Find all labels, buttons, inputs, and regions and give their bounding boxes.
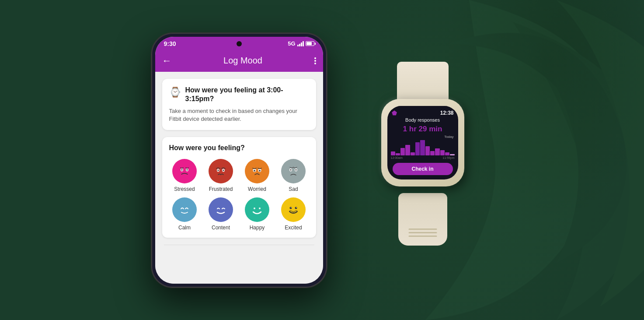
- emoji-calm: [172, 197, 197, 222]
- mood-item-excited[interactable]: Excited: [278, 197, 309, 231]
- svg-point-0: [177, 164, 192, 179]
- emoji-frustrated: [209, 159, 233, 183]
- status-indicators: 5G: [288, 40, 314, 47]
- mood-label-sad: Sad: [289, 186, 298, 192]
- watch-icon: ⌚: [169, 87, 181, 98]
- info-card-title: How were you feeling at 3:00-3:15pm?: [185, 86, 309, 104]
- phone-mockup: 9:30 5G ←: [152, 33, 327, 287]
- watch-time-end: 11:59pm: [442, 156, 454, 159]
- watch-today-row: Today: [387, 135, 458, 139]
- watch-section-title: Body responses: [387, 117, 458, 123]
- watch-screen: ⬟ 12:38 Body responses 1 hr 29 min Today: [387, 106, 458, 179]
- watch-header: ⬟ 12:38: [387, 106, 458, 117]
- mood-section: How were you feeling?: [162, 137, 316, 238]
- emoji-stressed: [172, 159, 197, 183]
- svg-point-4: [187, 169, 188, 171]
- mood-grid: Stressed: [169, 159, 309, 231]
- svg-point-20: [177, 202, 192, 217]
- signal-icon: [297, 41, 304, 46]
- svg-point-25: [286, 202, 301, 217]
- mood-item-sad[interactable]: Sad: [278, 159, 309, 192]
- watch-bar-highlight: [415, 142, 420, 155]
- emoji-sad: [281, 159, 306, 183]
- svg-point-27: [295, 207, 297, 209]
- watch-bar: [391, 151, 395, 155]
- network-label: 5G: [288, 40, 295, 47]
- watch-band-notches: [408, 229, 437, 237]
- svg-point-28: [291, 207, 292, 208]
- svg-point-8: [218, 170, 219, 171]
- emoji-content: [209, 197, 233, 222]
- watch-band-bottom: [398, 193, 447, 246]
- more-menu-button[interactable]: [314, 57, 316, 64]
- emoji-happy: [245, 197, 269, 222]
- svg-point-3: [181, 169, 183, 171]
- status-time: 9:30: [164, 40, 176, 47]
- divider: [164, 245, 314, 245]
- svg-point-10: [250, 164, 265, 179]
- watch-time-labels: 12:00am 11:59pm: [391, 156, 455, 159]
- watch-bars: [391, 140, 455, 155]
- mood-label-frustrated: Frustrated: [209, 186, 233, 192]
- watch-duration: 1 hr 29 min: [387, 123, 458, 135]
- emoji-excited: [281, 197, 306, 222]
- svg-point-26: [290, 207, 292, 209]
- info-card: ⌚ How were you feeling at 3:00-3:15pm? T…: [162, 79, 316, 130]
- mood-label-calm: Calm: [178, 225, 191, 231]
- watch-fitbit-logo: ⬟: [392, 109, 397, 116]
- watch-bar: [411, 152, 415, 155]
- watch-bar-highlight: [420, 140, 425, 155]
- watch-bar: [396, 153, 400, 155]
- svg-point-19: [296, 169, 297, 171]
- notch: [408, 236, 437, 237]
- emoji-worried: [245, 159, 269, 183]
- mood-label-worried: Worried: [248, 186, 266, 192]
- svg-point-21: [213, 202, 228, 217]
- svg-point-24: [259, 207, 261, 209]
- notch: [408, 232, 437, 233]
- status-bar: 9:30 5G: [155, 37, 323, 50]
- svg-point-22: [250, 202, 265, 217]
- main-content: 9:30 5G ←: [0, 0, 644, 320]
- mood-item-frustrated[interactable]: Frustrated: [205, 159, 237, 192]
- phone-screen: 9:30 5G ←: [155, 37, 323, 284]
- watch-mockup: ⬟ 12:38 Body responses 1 hr 29 min Today: [353, 62, 493, 259]
- screen-content: ⌚ How were you feeling at 3:00-3:15pm? T…: [155, 72, 323, 284]
- battery-icon: [306, 41, 314, 46]
- phone-shell: 9:30 5G ←: [152, 33, 327, 287]
- watch-time-start: 12:00am: [391, 156, 403, 159]
- mood-label-excited: Excited: [285, 225, 302, 231]
- mood-item-happy[interactable]: Happy: [242, 197, 273, 231]
- watch-bar: [440, 150, 445, 155]
- watch-bar: [400, 148, 405, 156]
- mood-item-stressed[interactable]: Stressed: [169, 159, 200, 192]
- mood-label-happy: Happy: [250, 225, 265, 231]
- svg-point-14: [259, 170, 261, 172]
- notch: [408, 229, 437, 230]
- watch-bar: [425, 146, 430, 155]
- watch-bar: [445, 152, 449, 155]
- app-title: Log Mood: [177, 56, 309, 66]
- svg-point-23: [254, 207, 255, 209]
- watch-case: ⬟ 12:38 Body responses 1 hr 29 min Today: [381, 99, 464, 186]
- svg-point-29: [296, 207, 297, 208]
- info-card-header: ⌚ How were you feeling at 3:00-3:15pm?: [169, 86, 309, 104]
- watch-bar: [435, 148, 439, 155]
- mood-item-calm[interactable]: Calm: [169, 197, 200, 231]
- app-bar: ← Log Mood: [155, 50, 323, 72]
- mood-item-content[interactable]: Content: [205, 197, 237, 231]
- watch-checkin-button[interactable]: Check in: [393, 163, 453, 175]
- back-button[interactable]: ←: [162, 55, 172, 67]
- svg-point-9: [223, 170, 224, 171]
- svg-point-18: [290, 169, 292, 171]
- mood-label-stressed: Stressed: [174, 186, 195, 192]
- mood-label-content: Content: [212, 225, 230, 231]
- svg-point-15: [286, 164, 301, 179]
- camera-notch: [237, 41, 242, 46]
- svg-point-5: [213, 164, 228, 179]
- battery-fill: [306, 42, 312, 45]
- watch-bar: [405, 145, 410, 156]
- mood-question: How were you feeling?: [169, 144, 309, 152]
- watch-today-label: Today: [444, 135, 453, 139]
- mood-item-worried[interactable]: Worried: [242, 159, 273, 192]
